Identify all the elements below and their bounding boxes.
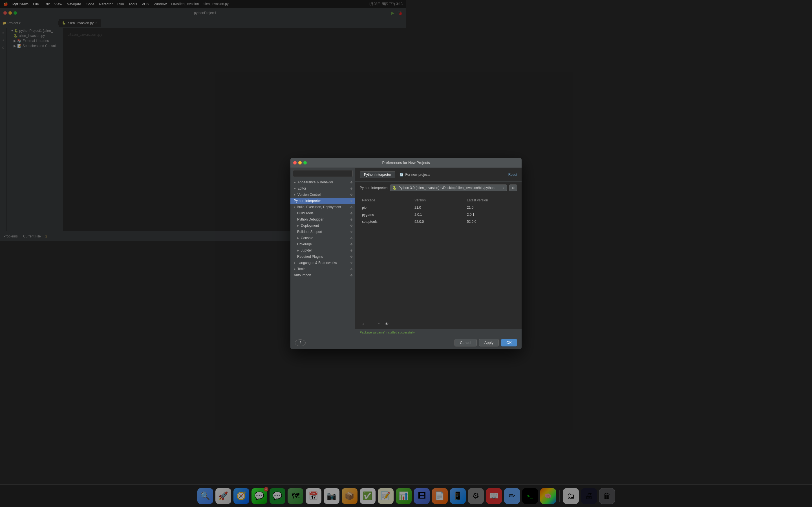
nav-icon-console: ⚙: [350, 237, 353, 240]
nav-label-coverage: Coverage: [297, 242, 312, 246]
nav-arrow-editor: ▶: [294, 187, 296, 190]
nav-item-python-debugger[interactable]: Python Debugger ⚙: [290, 216, 355, 223]
interpreter-label: Python Interpreter:: [360, 186, 388, 190]
nav-label-python-interpreter: Python Interpreter: [294, 199, 321, 203]
dialog-maximize-button[interactable]: [303, 161, 307, 165]
nav-arrow-vcs: ▶: [294, 193, 296, 196]
interpreter-row: Python Interpreter: 🐍 Python 3.9 (alien_…: [355, 182, 406, 194]
python-icon: 🐍: [393, 186, 397, 190]
nav-icon-build-exec: ⚙: [350, 206, 353, 209]
nav-icon-editor: ⚙: [350, 187, 353, 190]
nav-item-console[interactable]: ▶ Console ⚙: [290, 235, 355, 241]
content-tabs: Python Interpreter 🔄 For new projects: [360, 171, 406, 178]
nav-icon-coverage: ⚙: [350, 243, 353, 246]
nav-icon-appearance: ⚙: [350, 181, 353, 184]
nav-label-buildout: Buildout Support: [297, 230, 322, 234]
package-pygame-name: pygame: [360, 211, 406, 218]
dialog-body: ▶ Appearance & Behavior ⚙ ▶ Editor ⚙ ▶ V…: [290, 168, 406, 253]
nav-item-deployment[interactable]: ▶ Deployment ⚙: [290, 223, 355, 229]
dialog-overlay: Preferences for New Projects ▶ Appearanc…: [0, 0, 406, 253]
table-header: Package Version Latest version: [360, 196, 406, 204]
interpreter-select-value: 🐍 Python 3.9 (alien_invasion) ~/Desktop/…: [393, 186, 406, 190]
nav-item-build-exec-deploy[interactable]: ▾ Build, Execution, Deployment ⚙: [290, 204, 355, 210]
package-setuptools-name: setuptools: [360, 218, 406, 225]
interpreter-select[interactable]: 🐍 Python 3.9 (alien_invasion) ~/Desktop/…: [390, 184, 406, 191]
dialog-traffic-lights[interactable]: [293, 161, 307, 165]
nav-label-appearance: Appearance & Behavior: [297, 180, 333, 184]
nav-item-build-tools[interactable]: Build Tools ⚙: [290, 210, 355, 216]
package-pip-name: pip: [360, 204, 406, 211]
dialog-title: Preferences for New Projects: [382, 161, 406, 165]
nav-arrow-jupyter: ▶: [297, 249, 299, 252]
nav-label-deployment: Deployment: [301, 224, 319, 228]
nav-label-python-debugger: Python Debugger: [297, 217, 323, 221]
nav-icon-build-tools: ⚙: [350, 212, 353, 215]
nav-label-jupyter: Jupyter: [301, 248, 312, 252]
nav-icon-vcs: ⚙: [350, 193, 353, 196]
table-row[interactable]: pip 21.0 21.0: [360, 204, 406, 211]
for-new-projects-icon: 🔄: [400, 173, 403, 176]
content-header: Python Interpreter 🔄 For new projects Re…: [355, 168, 406, 182]
nav-item-editor[interactable]: ▶ Editor ⚙: [290, 185, 355, 191]
table-row[interactable]: setuptools 52.0.0 52.0.0: [360, 218, 406, 225]
col-package: Package: [360, 198, 406, 203]
nav-arrow-build: ▾: [294, 206, 295, 209]
nav-arrow-appearance: ▶: [294, 181, 296, 184]
table-body: pip 21.0 21.0 pygame 2.0.1 2.0.1 setupto…: [360, 204, 406, 253]
dialog-titlebar: Preferences for New Projects: [290, 158, 406, 168]
nav-label-vcs: Version Control: [297, 193, 320, 196]
nav-icon-deployment: ⚙: [350, 224, 353, 227]
interpreter-select-text: Python 3.9 (alien_invasion) ~/Desktop/al…: [398, 186, 406, 190]
nav-label-build-tools: Build Tools: [297, 211, 313, 215]
nav-icon-jupyter: ⚙: [350, 249, 353, 252]
dialog-minimize-button[interactable]: [298, 161, 302, 165]
nav-item-buildout[interactable]: Buildout Support ⚙: [290, 229, 355, 235]
nav-label-editor: Editor: [297, 186, 306, 190]
tab-for-new-projects[interactable]: 🔄 For new projects: [395, 171, 406, 178]
nav-icon-python-interpreter: ⚙: [350, 200, 353, 203]
nav-search-input[interactable]: [293, 170, 353, 177]
nav-arrow-console: ▶: [297, 237, 299, 239]
table-row[interactable]: pygame 2.0.1 2.0.1: [360, 211, 406, 218]
nav-item-vcs[interactable]: ▶ Version Control ⚙: [290, 191, 355, 198]
nav-item-coverage[interactable]: Coverage ⚙: [290, 241, 355, 247]
nav-icon-buildout: ⚙: [350, 230, 353, 233]
nav-arrow-deployment: ▶: [297, 224, 299, 227]
nav-item-jupyter[interactable]: ▶ Jupyter ⚙: [290, 247, 355, 253]
nav-label-console: Console: [301, 236, 313, 240]
nav-item-python-interpreter[interactable]: Python Interpreter ⚙: [290, 198, 355, 204]
dialog-content: Python Interpreter 🔄 For new projects Re…: [355, 168, 406, 253]
nav-icon-python-debugger: ⚙: [350, 218, 353, 221]
preferences-dialog: Preferences for New Projects ▶ Appearanc…: [290, 158, 406, 253]
tab-python-interpreter[interactable]: Python Interpreter: [360, 171, 395, 178]
nav-label-build-exec: Build, Execution, Deployment: [297, 205, 341, 209]
nav-item-appearance[interactable]: ▶ Appearance & Behavior ⚙: [290, 179, 355, 185]
dialog-close-button[interactable]: [293, 161, 297, 165]
package-table: Package Version Latest version pip 21.0 …: [360, 196, 406, 253]
tab-for-new-projects-label: For new projects: [405, 173, 406, 177]
dialog-nav: ▶ Appearance & Behavior ⚙ ▶ Editor ⚙ ▶ V…: [290, 168, 355, 253]
